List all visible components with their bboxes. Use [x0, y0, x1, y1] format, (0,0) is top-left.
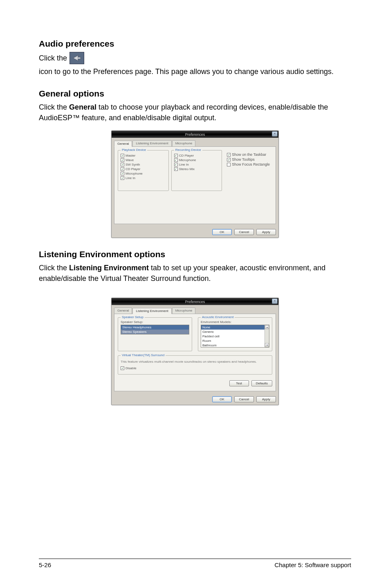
opt-label: Master [126, 154, 135, 157]
tab-general[interactable]: General [114, 141, 132, 147]
list-item[interactable]: Bathroom [201, 343, 269, 348]
dialog-title-bar: Preferences × [112, 131, 278, 138]
listening-body: Click the Listening Environment tab to s… [39, 263, 351, 284]
recording-legend: Recording Device [174, 148, 202, 152]
list-item[interactable]: Generic [201, 330, 269, 334]
close-icon[interactable]: × [272, 298, 278, 304]
dialog-body: General Listening Environment Microphone… [112, 138, 278, 227]
opt-label: CD Player [126, 167, 140, 171]
apply-button[interactable]: Apply [256, 396, 276, 402]
opt-label: Show Focus Rectangle [232, 162, 270, 166]
test-defaults-row: Test Defaults [118, 380, 272, 386]
general-body-bold: General [69, 103, 96, 111]
scroll-up-icon[interactable]: ▴ [265, 325, 269, 329]
playback-opt[interactable]: ✓SW Synth [121, 163, 166, 166]
recording-opt[interactable]: ✓Stereo Mix [174, 167, 220, 171]
acoustic-env-group: Acoustic Environment Environment Models:… [198, 317, 272, 351]
cancel-button[interactable]: Cancel [234, 396, 254, 402]
show-focus-opt[interactable]: Show Focus Rectangle [227, 162, 272, 166]
right-options: ✓Show on the Taskbar ✓Show Tooltips Show… [224, 150, 272, 191]
opt-label: Wave [126, 158, 134, 162]
checkbox-icon[interactable]: ✓ [121, 167, 124, 171]
cancel-button[interactable]: Cancel [234, 229, 254, 235]
checkbox-icon[interactable]: ✓ [121, 172, 124, 175]
tab-microphone[interactable]: Microphone [172, 140, 196, 146]
list-item[interactable]: Room [201, 339, 269, 343]
checkbox-icon[interactable]: ✓ [121, 176, 124, 180]
playback-legend: Playback Device [121, 148, 147, 152]
preferences-dialog-general: Preferences × General Listening Environm… [111, 130, 279, 238]
tab-pane-general: Playback Device ✓Master ✓Wave ✓SW Synth … [114, 146, 276, 224]
ok-button[interactable]: OK [212, 229, 232, 235]
recording-opt[interactable]: ✓CD Player [174, 154, 220, 157]
defaults-button[interactable]: Defaults [251, 380, 272, 386]
general-heading: General options [39, 89, 351, 99]
vt-disable-opt[interactable]: ✓ Disable [121, 366, 269, 370]
checkbox-icon[interactable]: ✓ [227, 158, 231, 162]
checkbox-icon[interactable]: ✓ [174, 158, 178, 162]
list-item[interactable]: None [201, 325, 269, 330]
speaker-setup-list[interactable]: Stereo Headphones Stereo Speakers [121, 325, 189, 334]
show-taskbar-opt[interactable]: ✓Show on the Taskbar [227, 153, 272, 157]
playback-opt[interactable]: ✓CD Player [121, 167, 166, 171]
close-icon[interactable]: × [272, 131, 278, 137]
audio-prefs-body: Click the icon to go to the Preferences … [39, 52, 351, 77]
ok-button[interactable]: OK [212, 396, 232, 402]
list-item[interactable]: Stereo Speakers [121, 330, 189, 334]
vt-legend: Virtual Theater(TM) Surround [121, 353, 166, 357]
speaker-setup-label: Speaker Setup: [121, 320, 189, 324]
playback-opt[interactable]: ✓Microphone [121, 172, 166, 175]
dialog-title: Preferences [185, 132, 205, 137]
checkbox-icon[interactable]: ✓ [121, 366, 124, 370]
list-item[interactable]: Padded cell [201, 334, 269, 339]
playback-opt[interactable]: ✓Master [121, 154, 166, 157]
tab-pane-listening: Speaker Setup Speaker Setup: Stereo Head… [114, 314, 276, 391]
opt-label: Show Tooltips [232, 157, 254, 162]
tab-general[interactable]: General [114, 307, 132, 314]
tab-strip: General Listening Environment Microphone [114, 140, 276, 147]
speaker-setup-legend: Speaker Setup [121, 315, 145, 319]
listening-body-pre: Click the [39, 264, 69, 272]
recording-opt[interactable]: ✓Microphone [174, 158, 220, 162]
checkbox-icon[interactable]: ✓ [227, 153, 231, 157]
virtual-theater-group: Virtual Theater(TM) Surround This featur… [118, 355, 272, 375]
list-item[interactable]: Stereo Headphones [121, 325, 189, 330]
tab-strip: General Listening Environment Microphone [114, 307, 276, 314]
audio-prefs-heading: Audio preferences [39, 39, 351, 49]
tab-listening[interactable]: Listening Environment [132, 140, 171, 146]
audio-prefs-text-pre: Click the [39, 52, 67, 64]
apply-button[interactable]: Apply [256, 229, 276, 235]
dialog-title-bar: Preferences × [112, 298, 278, 305]
tab-microphone[interactable]: Microphone [172, 307, 196, 314]
dialog-title: Preferences [185, 300, 205, 304]
acoustic-env-legend: Acoustic Environment [201, 315, 235, 319]
dialog-body: General Listening Environment Microphone… [112, 305, 278, 394]
scrollbar[interactable]: ▴ ▾ [264, 325, 269, 347]
recording-device-group: Recording Device ✓CD Player ✓Microphone … [171, 150, 222, 191]
checkbox-icon[interactable]: ✓ [121, 163, 124, 166]
checkbox-icon[interactable] [227, 163, 231, 166]
checkbox-icon[interactable]: ✓ [174, 163, 178, 166]
listening-env-section: Listening Environment options Click the … [39, 249, 351, 405]
audio-prefs-text-post: icon to go to the Preferences page. This… [39, 66, 334, 77]
test-button[interactable]: Test [229, 380, 249, 386]
playback-opt[interactable]: ✓Line In [121, 176, 166, 180]
opt-label: Stereo Mix [179, 167, 195, 171]
env-models-list[interactable]: None Generic Padded cell Room Bathroom ▴… [201, 325, 269, 348]
general-body-pre: Click the [39, 103, 69, 111]
playback-device-group: Playback Device ✓Master ✓Wave ✓SW Synth … [118, 150, 169, 191]
scroll-down-icon[interactable]: ▾ [265, 343, 269, 347]
page-footer: 5-26 Chapter 5: Software support [39, 559, 351, 568]
checkbox-icon[interactable]: ✓ [174, 154, 178, 157]
checkbox-icon[interactable]: ✓ [121, 158, 124, 162]
page-number: 5-26 [39, 561, 51, 568]
chapter-label: Chapter 5: Software support [274, 561, 351, 568]
playback-opt[interactable]: ✓Wave [121, 158, 166, 162]
dialog-button-row: OK Cancel Apply [112, 394, 278, 405]
show-tooltips-opt[interactable]: ✓Show Tooltips [227, 157, 272, 162]
opt-label: Disable [126, 366, 137, 370]
recording-opt[interactable]: ✓Line In [174, 163, 220, 166]
tab-listening[interactable]: Listening Environment [132, 308, 171, 314]
checkbox-icon[interactable]: ✓ [121, 154, 124, 157]
checkbox-icon[interactable]: ✓ [174, 167, 178, 171]
